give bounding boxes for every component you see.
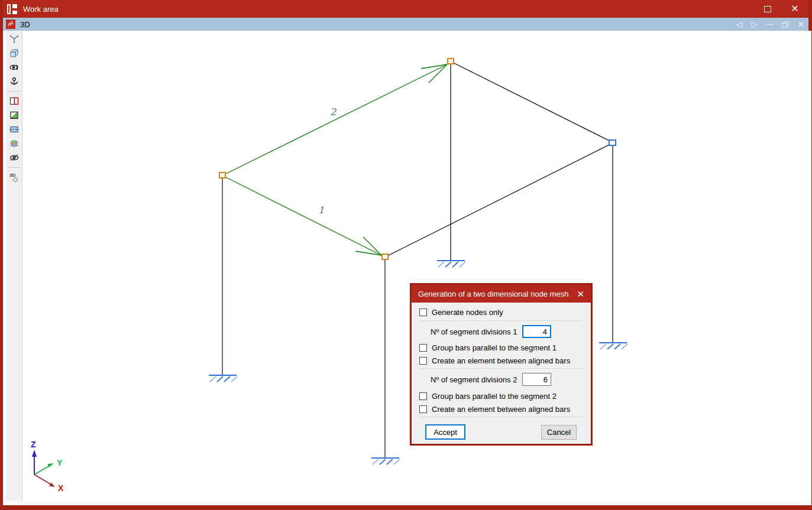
rotate-view-icon[interactable] xyxy=(7,74,22,89)
toolbar-separator xyxy=(8,167,21,168)
close-icon: ✕ xyxy=(797,20,804,29)
support-icon xyxy=(209,375,237,382)
left-toolbar: 3D xyxy=(6,31,22,501)
node-marker-selected[interactable] xyxy=(609,140,616,145)
restore-icon xyxy=(782,21,789,28)
maximize-button[interactable] xyxy=(754,0,781,18)
group-bars-2-label: Group bars parallel to the segment 2 xyxy=(432,392,557,401)
group-bars-1-row: Group bars parallel to the segment 1 xyxy=(419,343,583,352)
divisions-2-row: Nº of segment divisions 2 xyxy=(419,373,583,386)
cancel-button[interactable]: Cancel xyxy=(541,425,577,440)
dialog-close-icon[interactable]: ✕ xyxy=(577,290,584,298)
create-element-2-row: Create an element between aligned bars xyxy=(419,404,583,414)
minimize-icon: — xyxy=(766,20,774,28)
hide-elements-icon[interactable] xyxy=(7,151,22,165)
create-element-1-checkbox[interactable] xyxy=(419,357,427,365)
generate-nodes-only-checkbox[interactable] xyxy=(419,308,427,316)
group-bars-2-checkbox[interactable] xyxy=(419,392,427,400)
dialog-separator xyxy=(419,320,583,321)
generate-nodes-only-label: Generate nodes only xyxy=(432,308,503,317)
work-area-window: Work area ✕ 3D ◁ ▷ — ✕ xyxy=(0,0,812,510)
group-bars-2-row: Group bars parallel to the segment 2 xyxy=(419,391,583,401)
subwindow-close-button[interactable]: ✕ xyxy=(793,18,808,31)
3d-settings-icon[interactable]: 3D xyxy=(7,170,22,184)
node-marker[interactable] xyxy=(219,173,225,178)
clip-plane-icon[interactable] xyxy=(7,122,22,137)
divisions-1-input[interactable] xyxy=(522,325,551,338)
3d-view-icon xyxy=(6,20,15,29)
app-logo-icon xyxy=(7,4,17,14)
dialog-buttons: Accept Cancel xyxy=(419,424,583,440)
axis-z-label: Z xyxy=(31,440,36,449)
dialog-separator xyxy=(419,368,583,369)
support-icon xyxy=(599,343,627,349)
create-element-1-row: Create an element between aligned bars xyxy=(419,356,583,365)
section-plane-icon[interactable] xyxy=(7,108,22,122)
nav-forward-button[interactable]: ▷ xyxy=(747,18,762,31)
generate-nodes-only-row: Generate nodes only xyxy=(419,307,583,317)
divisions-1-row: Nº of segment divisions 1 xyxy=(419,325,583,338)
dialog-separator xyxy=(419,417,583,417)
divisions-2-input[interactable] xyxy=(522,373,551,386)
node-mesh-dialog: Generation of a two dimensional node mes… xyxy=(410,283,593,446)
axis-x-label: X xyxy=(58,483,64,493)
create-element-2-checkbox[interactable] xyxy=(419,405,427,413)
minimize-button[interactable]: — xyxy=(762,18,778,31)
titlebar: Work area ✕ xyxy=(3,0,808,18)
nav-back-button[interactable]: ◁ xyxy=(732,18,747,31)
toolbar-separator xyxy=(8,91,21,92)
group-bars-1-label: Group bars parallel to the segment 1 xyxy=(432,343,557,352)
orbit-view-icon[interactable] xyxy=(7,60,22,74)
close-button[interactable]: ✕ xyxy=(781,0,808,18)
group-bars-1-checkbox[interactable] xyxy=(419,344,427,352)
subwindow-title: 3D xyxy=(20,20,30,29)
segment-1-label: 1 xyxy=(318,204,324,216)
nav-back-icon: ◁ xyxy=(736,20,743,29)
segment-2-label: 2 xyxy=(330,106,337,118)
split-view-icon[interactable] xyxy=(7,94,22,108)
close-icon: ✕ xyxy=(791,4,798,14)
svg-text:3D: 3D xyxy=(9,173,15,178)
node-marker[interactable] xyxy=(382,254,388,259)
create-element-2-label: Create an element between aligned bars xyxy=(432,405,570,414)
window-title: Work area xyxy=(23,5,59,14)
cube-view-icon[interactable] xyxy=(7,46,22,60)
node-markers xyxy=(219,59,616,259)
node-marker[interactable] xyxy=(448,59,454,64)
subwindow-titlebar: 3D ◁ ▷ — ✕ xyxy=(3,18,808,31)
maximize-icon xyxy=(764,6,771,12)
accept-button[interactable]: Accept xyxy=(425,424,465,440)
axes-triad: Z Y X xyxy=(31,440,64,493)
axis-y-label: Y xyxy=(57,458,63,467)
segment-arrows xyxy=(225,64,447,255)
restore-button[interactable] xyxy=(778,18,793,31)
create-element-1-label: Create an element between aligned bars xyxy=(432,356,570,365)
support-icon xyxy=(371,458,400,464)
dialog-titlebar[interactable]: Generation of a two dimensional node mes… xyxy=(412,285,591,303)
layers-icon[interactable] xyxy=(7,137,22,151)
nav-forward-icon: ▷ xyxy=(752,20,758,29)
divisions-1-label: Nº of segment divisions 1 xyxy=(431,327,517,336)
axes-tripod-icon[interactable] xyxy=(7,32,22,46)
divisions-2-label: Nº of segment divisions 2 xyxy=(431,375,517,384)
support-icon xyxy=(437,261,465,267)
dialog-title: Generation of a two dimensional node mes… xyxy=(418,290,577,298)
